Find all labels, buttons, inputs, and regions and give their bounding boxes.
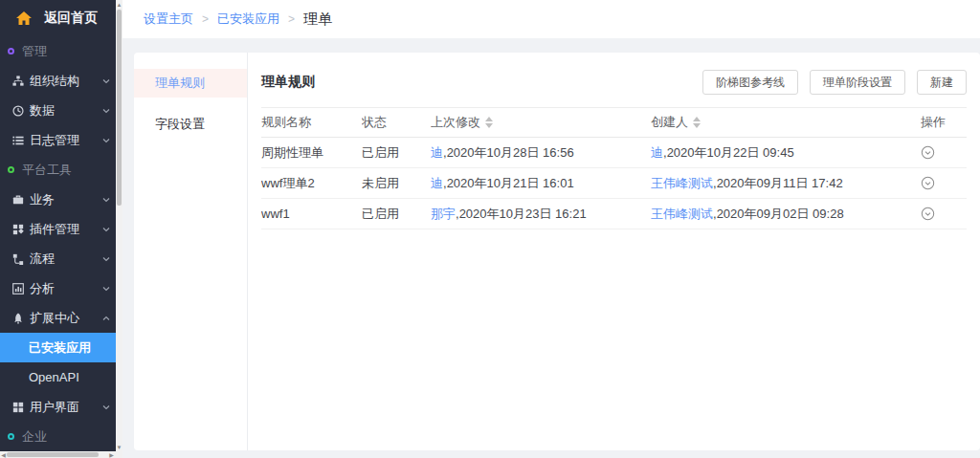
- scroll-up-arrow-icon[interactable]: ▲: [116, 0, 122, 9]
- sidebar-item-label: 业务: [30, 191, 55, 208]
- step-chart-reference-line-button[interactable]: 阶梯图参考线: [702, 70, 798, 95]
- create-new-button[interactable]: 新建: [917, 70, 967, 95]
- data-icon: [12, 105, 24, 117]
- modified-by-user-link[interactable]: 那宇: [431, 206, 456, 223]
- sidebar-item-label: 组织结构: [30, 73, 79, 90]
- sidebar-home-label: 返回首页: [44, 10, 98, 27]
- sidebar-item-extension-center[interactable]: 扩展中心: [0, 303, 116, 333]
- chevron-up-icon: [102, 316, 110, 320]
- horizontal-scroll-thumb[interactable]: [7, 452, 99, 457]
- down-circle-icon[interactable]: [921, 176, 935, 190]
- scroll-left-arrow-icon[interactable]: ◀: [0, 451, 7, 458]
- table-row: wwf1 已启用 那宇, 2020年10月23日 16:21 王伟峰测试, 20…: [261, 199, 967, 229]
- table-row: 周期性理单 已启用 迪, 2020年10月28日 16:56 迪, 2020年1…: [261, 138, 967, 168]
- cell-last-modified: 迪, 2020年10月28日 16:56: [431, 144, 651, 162]
- chevron-down-icon: [102, 108, 110, 113]
- column-header-actions: 操作: [921, 114, 967, 131]
- sidebar-section-manage: 管理: [0, 36, 116, 66]
- chevron-down-icon: [102, 197, 110, 202]
- sidebar-item-data[interactable]: 数据: [0, 96, 116, 125]
- cell-rule-name: 周期性理单: [261, 144, 362, 162]
- content-card: 理单规则 字段设置 理单规则 阶梯图参考线 理单阶段设置 新建: [134, 53, 980, 450]
- sort-toggle-icon[interactable]: [693, 117, 701, 128]
- rules-panel: 理单规则 阶梯图参考线 理单阶段设置 新建 规则名称 状态 上次修改: [248, 53, 980, 450]
- chevron-down-icon: [102, 78, 110, 83]
- creator-user-link[interactable]: 迪: [651, 144, 663, 162]
- sidebar-item-label: 用户界面: [30, 399, 79, 416]
- sidebar-section-label: 管理: [22, 43, 47, 60]
- cell-last-modified: 那宇, 2020年10月23日 16:21: [431, 206, 651, 223]
- breadcrumb-separator: >: [288, 12, 295, 26]
- content-background: 理单规则 字段设置 理单规则 阶梯图参考线 理单阶段设置 新建: [122, 38, 980, 458]
- chevron-down-icon: [102, 286, 110, 291]
- cell-status: 未启用: [362, 175, 431, 192]
- sidebar-item-workflow[interactable]: 流程: [0, 244, 116, 273]
- cell-creator: 王伟峰测试, 2020年09月02日 09:28: [651, 206, 921, 223]
- sidebar-item-label: 数据: [30, 102, 55, 120]
- modified-date: 2020年10月21日 16:01: [447, 175, 574, 192]
- sidebar-nav: 返回首页 管理 组织结构 数据: [0, 0, 116, 451]
- business-icon: [12, 194, 24, 206]
- table-header-row: 规则名称 状态 上次修改 创建人 操作: [261, 107, 967, 138]
- sidebar-item-label: 插件管理: [30, 221, 79, 238]
- chevron-down-icon: [102, 138, 110, 142]
- sort-toggle-icon[interactable]: [485, 117, 493, 128]
- down-circle-icon[interactable]: [921, 207, 935, 221]
- sidebar-item-label: 流程: [30, 251, 55, 268]
- breadcrumb-separator: >: [202, 12, 209, 26]
- creator-user-link[interactable]: 王伟峰测试: [651, 175, 713, 192]
- chevron-down-icon: [102, 256, 110, 261]
- breadcrumb-current: 理单: [303, 11, 332, 29]
- modified-by-user-link[interactable]: 迪: [431, 144, 443, 162]
- sidebar-item-plugin-management[interactable]: 插件管理: [0, 214, 116, 244]
- sidebar-subitem-label: 已安装应用: [29, 339, 91, 357]
- rules-table: 规则名称 状态 上次修改 创建人 操作: [261, 107, 967, 229]
- sidebar-vertical-scrollbar[interactable]: ▲ ▼: [116, 0, 122, 451]
- submenu-item-field-settings[interactable]: 字段设置: [134, 110, 247, 139]
- sidebar-item-org-structure[interactable]: 组织结构: [0, 66, 116, 96]
- sidebar-item-log-management[interactable]: 日志管理: [0, 125, 116, 155]
- created-date: 2020年09月11日 17:42: [717, 175, 843, 192]
- plugin-icon: [12, 224, 24, 235]
- sidebar-item-user-interface[interactable]: 用户界面: [0, 392, 116, 422]
- modified-by-user-link[interactable]: 迪: [431, 175, 443, 192]
- scroll-right-arrow-icon[interactable]: ▶: [108, 451, 115, 458]
- sidebar-item-business[interactable]: 业务: [0, 185, 116, 214]
- column-header-last-modified: 上次修改: [431, 114, 651, 131]
- cell-last-modified: 迪, 2020年10月21日 16:01: [431, 175, 651, 192]
- panel-toolbar: 理单规则 阶梯图参考线 理单阶段设置 新建: [261, 70, 967, 95]
- sidebar-item-analysis[interactable]: 分析: [0, 273, 116, 303]
- breadcrumb-link-settings-home[interactable]: 设置主页: [144, 11, 193, 28]
- section-ring-icon: [8, 433, 14, 440]
- org-icon: [12, 76, 24, 87]
- sidebar-subitem-openapi[interactable]: OpenAPI: [0, 362, 116, 392]
- section-ring-icon: [8, 48, 14, 55]
- submenu-item-lidan-rules[interactable]: 理单规则: [134, 69, 247, 98]
- panel-title: 理单规则: [261, 74, 315, 91]
- main-area: 设置主页 > 已安装应用 > 理单 理单规则 字段设置 理单规则 阶梯图参考线 …: [122, 0, 980, 458]
- sidebar-subitem-installed-apps[interactable]: 已安装应用: [0, 333, 116, 362]
- sidebar-item-label: 扩展中心: [30, 310, 79, 327]
- sidebar-section-platform-tools: 平台工具: [0, 155, 116, 185]
- down-circle-icon[interactable]: [921, 145, 935, 160]
- column-header-status: 状态: [362, 114, 431, 131]
- log-icon: [12, 135, 24, 146]
- settings-submenu: 理单规则 字段设置: [134, 53, 248, 450]
- cell-creator: 王伟峰测试, 2020年09月11日 17:42: [651, 175, 921, 192]
- creator-user-link[interactable]: 王伟峰测试: [651, 206, 713, 223]
- sidebar-horizontal-scrollbar[interactable]: ◀ ▶: [0, 451, 122, 458]
- cell-rule-name: wwf1: [261, 207, 362, 221]
- sidebar-section-enterprise: 企业: [0, 422, 116, 451]
- chevron-down-icon: [102, 404, 110, 409]
- ui-icon: [12, 402, 24, 413]
- scroll-down-arrow-icon[interactable]: ▼: [116, 443, 122, 451]
- modified-date: 2020年10月28日 16:56: [447, 144, 574, 162]
- vertical-scroll-thumb[interactable]: [117, 10, 122, 206]
- sidebar-item-label: 分析: [30, 280, 55, 297]
- lidan-stage-settings-button[interactable]: 理单阶段设置: [810, 70, 905, 95]
- cell-creator: 迪, 2020年10月22日 09:45: [651, 144, 921, 162]
- sidebar-item-home[interactable]: 返回首页: [0, 0, 116, 36]
- sidebar-item-label: 日志管理: [30, 132, 79, 149]
- breadcrumb-link-installed-apps[interactable]: 已安装应用: [217, 11, 279, 28]
- home-icon: [16, 11, 32, 25]
